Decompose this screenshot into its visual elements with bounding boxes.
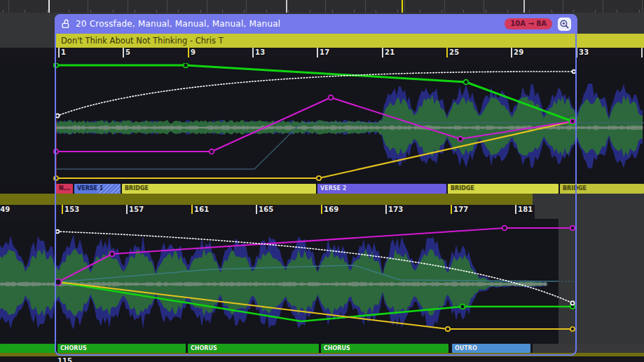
ruler-tick (385, 205, 387, 214)
lock-open-icon[interactable] (61, 19, 70, 29)
section-chip[interactable]: CHORUS (321, 344, 448, 353)
overview-minor-tick (244, 10, 245, 13)
ruler-label: 149 (0, 206, 10, 213)
key-transition-badge: 10A → 8A (505, 18, 552, 29)
overview-minor-tick (25, 10, 25, 13)
overview-minor-tick (310, 10, 310, 13)
ruler-label: 157 (129, 206, 144, 213)
ruler-label: 25 (449, 48, 459, 56)
automation-node[interactable] (458, 137, 463, 142)
mix-overview-ruler[interactable] (0, 0, 644, 13)
automation-node[interactable] (329, 95, 334, 100)
track2-title-bar[interactable] (0, 194, 533, 205)
section-chip[interactable]: BRIDGE (560, 184, 644, 194)
track1-bar-ruler[interactable]: 159131721252933 (0, 48, 644, 63)
section-chip[interactable]: N... (56, 184, 73, 194)
track1-waveform-area[interactable] (0, 63, 644, 184)
overview-grid-tick (246, 0, 247, 13)
track1-title: Don't Think About Not Thinking - Chris T (56, 34, 644, 48)
overview-grid-tick (207, 0, 207, 13)
ruler-label: 5 (125, 48, 130, 56)
automation-node[interactable] (573, 70, 576, 74)
ruler-tick (515, 205, 516, 214)
overview-minor-tick (222, 10, 223, 13)
crossfade-header[interactable]: 20 Crossfade, Manual, Manual, Manual, Ma… (55, 14, 577, 34)
magnifier-plus-icon (559, 19, 570, 29)
next-track-ruler[interactable]: 115 (0, 356, 644, 362)
ruler-tick (382, 48, 383, 58)
section-chip[interactable]: BRIDGE (122, 184, 316, 194)
overview-grid-tick (642, 0, 643, 13)
overview-grid-tick (365, 0, 366, 13)
overview-minor-tick (178, 10, 179, 13)
section-chip[interactable]: OUTRO (452, 344, 530, 353)
automation-node[interactable] (570, 119, 575, 123)
ruler-label: 1 (61, 48, 66, 56)
overview-minor-tick (332, 10, 333, 13)
overview-minor-tick (69, 10, 69, 13)
ruler-label: 21 (385, 48, 395, 56)
automation-node[interactable] (110, 252, 115, 257)
automation-node[interactable] (55, 114, 59, 117)
automation-node[interactable] (54, 63, 58, 67)
overview-minor-tick (573, 10, 574, 13)
ruler-tick (256, 205, 257, 214)
section-chip[interactable] (0, 344, 55, 353)
ruler-tick-accent (321, 205, 322, 214)
ruler-tick (317, 48, 318, 58)
overview-major-tick (48, 0, 50, 13)
automation-node[interactable] (54, 176, 58, 180)
automation-node[interactable] (446, 327, 450, 331)
automation-node[interactable] (570, 226, 575, 230)
ruler-label: 29 (514, 48, 523, 56)
ruler-tick-accent (446, 48, 448, 58)
overview-minor-tick (551, 10, 552, 13)
track1-title-bar[interactable]: Don't Think About Not Thinking - Chris T (56, 34, 644, 48)
overview-minor-tick (463, 10, 464, 13)
overview-minor-tick (113, 10, 114, 13)
zoom-in-button[interactable] (558, 18, 571, 31)
crossfade-title: 20 Crossfade, Manual, Manual, Manual, Ma… (76, 19, 280, 29)
ruler-tick-accent (451, 205, 452, 214)
automation-node[interactable] (56, 230, 60, 234)
ruler-tick (641, 48, 643, 58)
ruler-label: 13 (255, 48, 265, 56)
section-chip[interactable]: BRIDGE (448, 184, 559, 194)
section-chip[interactable]: CHORUS (57, 344, 186, 353)
ruler-label: 177 (453, 206, 468, 213)
overview-minor-tick (3, 10, 4, 13)
automation-node[interactable] (570, 301, 574, 304)
ruler-label: 153 (64, 206, 79, 213)
overview-minor-tick (266, 10, 267, 13)
section-chip[interactable]: VERSE 1 (74, 184, 121, 194)
section-chip[interactable]: CHORUS (188, 344, 319, 353)
overview-minor-tick (617, 10, 617, 13)
next-track-ruler-label: 115 (57, 357, 72, 362)
overview-minor-tick (354, 10, 355, 13)
ruler-tick-accent (191, 205, 193, 214)
ruler-label: 161 (194, 206, 209, 213)
overview-minor-tick (595, 10, 596, 13)
ruler-label: 173 (388, 206, 403, 213)
overview-minor-tick (200, 10, 201, 13)
automation-node[interactable] (502, 226, 507, 231)
overview-minor-tick (376, 10, 376, 13)
overview-grid-tick (603, 0, 603, 13)
track2-bar-ruler[interactable]: 149153157161165169173177181 (0, 205, 535, 219)
automation-node[interactable] (317, 176, 321, 180)
overview-minor-tick (441, 10, 442, 13)
overview-minor-tick (135, 10, 135, 13)
overview-minor-tick (397, 10, 398, 13)
automation-node[interactable] (210, 149, 214, 154)
automation-node[interactable] (570, 327, 575, 331)
ruler-tick-accent (188, 48, 189, 58)
automation-node[interactable] (460, 304, 465, 309)
section-chip[interactable]: VERSE 2 (317, 184, 446, 194)
automation-node[interactable] (184, 63, 189, 67)
overview-major-tick (523, 0, 525, 13)
track2-waveform-area[interactable] (0, 219, 644, 344)
automation-node[interactable] (55, 279, 62, 286)
automation-node[interactable] (464, 80, 469, 85)
automation-node[interactable] (54, 149, 58, 154)
overview-grid-tick (88, 0, 88, 13)
